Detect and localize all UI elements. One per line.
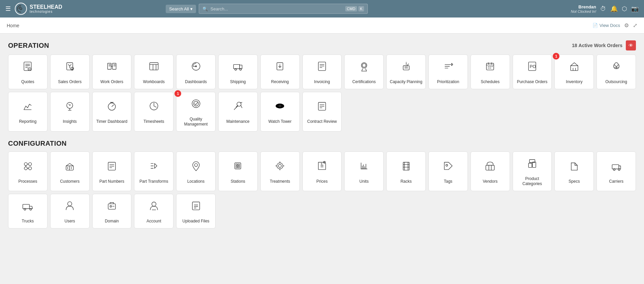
svg-rect-29 <box>318 62 326 70</box>
icon-invoicing <box>316 60 328 77</box>
svg-point-62 <box>614 63 618 66</box>
card-part-numbers[interactable]: Part Numbers <box>92 151 132 191</box>
icon-specs <box>568 160 580 176</box>
svg-text:$: $ <box>29 68 30 71</box>
card-shipping[interactable]: Shipping <box>218 55 258 89</box>
card-dashboards[interactable]: Dashboards <box>176 55 216 89</box>
card-prices[interactable]: $Prices <box>302 151 342 191</box>
icon-stations <box>232 160 244 176</box>
logout-icon[interactable]: ⬡ <box>622 5 627 12</box>
card-locations[interactable]: Locations <box>176 151 216 191</box>
card-units[interactable]: Units <box>344 151 384 191</box>
svg-rect-99 <box>66 166 73 170</box>
card-work-orders[interactable]: Work Orders <box>92 55 132 89</box>
card-part-transforms[interactable]: Part Transforms <box>134 151 173 191</box>
card-outsourcing[interactable]: Outsourcing <box>597 55 636 89</box>
svg-point-117 <box>277 163 283 169</box>
card-sales-orders[interactable]: Sales Orders <box>50 55 90 89</box>
label-timesheets: Timesheets <box>143 119 164 125</box>
label-prices: Prices <box>316 179 327 184</box>
logo-name: STEELHEAD <box>30 4 62 10</box>
card-quality-management[interactable]: 1Quality Management <box>176 92 216 132</box>
label-part-transforms: Part Transforms <box>139 179 168 184</box>
card-product-categories[interactable]: Product Categories <box>513 151 552 191</box>
card-timesheets[interactable]: Timesheets <box>134 92 173 132</box>
label-purchase-orders: Purchase Orders <box>517 79 548 85</box>
card-timer-dashboard[interactable]: Timer Dashboard <box>92 92 132 132</box>
label-capacity-planning: Capacity Planning <box>390 79 422 85</box>
card-watch-tower[interactable]: Watch Tower <box>260 92 300 132</box>
card-uploaded-files[interactable]: Uploaded Files <box>176 194 216 228</box>
label-part-numbers: Part Numbers <box>99 179 124 184</box>
card-prioritization[interactable]: Prioritization <box>428 55 468 89</box>
main-content: OPERATION 18 Active Work Orders 👁 $Quote… <box>0 34 644 243</box>
icon-insights <box>64 100 76 116</box>
menu-icon[interactable]: ☰ <box>5 5 11 12</box>
icon-uploaded-files <box>190 200 202 216</box>
card-capacity-planning[interactable]: Capacity Planning <box>386 55 426 89</box>
card-users[interactable]: Users <box>50 194 90 228</box>
card-inventory[interactable]: 1Inventory <box>554 55 594 89</box>
icon-customers <box>64 160 76 176</box>
operation-section-header: OPERATION 18 Active Work Orders 👁 <box>8 40 636 50</box>
clock-icon[interactable]: ⏱ <box>600 5 606 12</box>
svg-point-155 <box>68 202 72 206</box>
card-vendors[interactable]: Vendors <box>471 151 510 191</box>
svg-point-93 <box>29 163 32 166</box>
card-account[interactable]: Account <box>134 194 173 228</box>
svg-point-111 <box>194 163 197 166</box>
card-contract-review[interactable]: Contract Review <box>302 92 342 132</box>
card-purchase-orders[interactable]: POPurchase Orders <box>513 55 552 89</box>
search-input[interactable] <box>211 6 343 11</box>
card-reporting[interactable]: Reporting <box>8 92 47 132</box>
svg-text:$: $ <box>321 162 322 165</box>
card-processes[interactable]: Processes <box>8 151 47 191</box>
card-treatments[interactable]: Treatments <box>260 151 300 191</box>
expand-icon[interactable]: ⤢ <box>633 22 637 29</box>
settings-icon[interactable]: ⚙ <box>624 22 629 29</box>
icon-quality-management <box>190 98 202 114</box>
card-invoicing[interactable]: Invoicing <box>302 55 342 89</box>
svg-rect-115 <box>236 166 238 168</box>
card-quotes[interactable]: $Quotes <box>8 55 47 89</box>
toolbar-right: 📄 View Docs ⚙ ⤢ <box>592 22 637 29</box>
view-docs-button[interactable]: 📄 View Docs <box>592 23 620 28</box>
card-tags[interactable]: Tags <box>428 151 468 191</box>
eye-button[interactable]: 👁 <box>626 40 636 50</box>
svg-rect-133 <box>403 162 409 170</box>
search-all-button[interactable]: Search All ▾ <box>166 5 196 13</box>
icon-watch-tower <box>274 100 286 116</box>
card-specs[interactable]: Specs <box>554 151 594 191</box>
card-stations[interactable]: Stations <box>218 151 258 191</box>
card-domain[interactable]: Domain <box>92 194 132 228</box>
card-racks[interactable]: Racks <box>386 151 426 191</box>
icon-workboards <box>148 60 160 77</box>
svg-rect-113 <box>236 164 238 166</box>
label-carriers: Carriers <box>609 179 623 184</box>
card-schedules[interactable]: Schedules <box>471 55 510 89</box>
icon-work-orders <box>106 60 118 77</box>
card-trucks[interactable]: Trucks <box>8 194 47 228</box>
card-certifications[interactable]: Certifications <box>344 55 384 89</box>
label-treatments: Treatments <box>270 179 290 184</box>
card-receiving[interactable]: Receiving <box>260 55 300 89</box>
camera-icon[interactable]: 📷 <box>631 5 639 12</box>
svg-line-84 <box>241 106 242 108</box>
user-status: Not Clocked In! <box>571 9 596 13</box>
svg-point-94 <box>24 167 27 170</box>
svg-rect-10 <box>107 63 111 69</box>
icon-sales-orders <box>64 60 76 77</box>
card-carriers[interactable]: Carriers <box>597 151 636 191</box>
icon-carriers <box>610 160 622 176</box>
card-workboards[interactable]: Workboards <box>134 55 173 89</box>
card-insights[interactable]: Insights <box>50 92 90 132</box>
card-maintenance[interactable]: Maintenance <box>218 92 258 132</box>
bell-icon[interactable]: 🔔 <box>610 5 618 12</box>
doc-icon: 📄 <box>592 23 598 28</box>
label-trucks: Trucks <box>22 219 34 224</box>
card-customers[interactable]: Customers <box>50 151 90 191</box>
logo-circle <box>15 3 27 15</box>
svg-rect-17 <box>150 63 158 70</box>
configuration-title: CONFIGURATION <box>8 140 636 147</box>
header: ☰ STEELHEAD technologies Search All ▾ 🔍 … <box>0 0 644 17</box>
